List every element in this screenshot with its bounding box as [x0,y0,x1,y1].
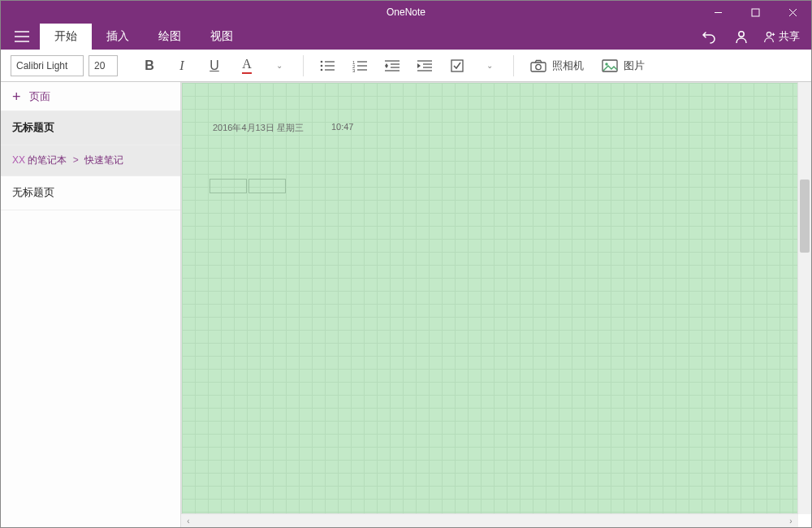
close-button[interactable] [774,1,811,24]
indent-button[interactable] [411,54,438,78]
camera-icon [530,59,546,72]
bullet-list-button[interactable] [313,54,341,78]
camera-label: 照相机 [552,58,584,73]
svg-text:3: 3 [352,68,356,73]
svg-rect-1 [752,9,759,16]
svg-point-38 [605,63,607,65]
svg-point-7 [739,32,744,37]
breadcrumb-notebook: 的笔记本 [28,154,67,166]
page-sidebar: + 页面 无标题页 XX 的笔记本 > 快速笔记 无标题页 [1,82,181,527]
scroll-left-arrow[interactable]: ‹ [181,517,196,526]
svg-marker-25 [385,66,388,68]
breadcrumb[interactable]: XX 的笔记本 > 快速笔记 [1,145,180,176]
undo-icon [702,29,716,44]
svg-point-11 [321,60,323,63]
separator [303,55,304,76]
tab-view-label: 视图 [210,29,233,44]
font-color-icon: A [242,57,252,74]
canvas-viewport: 2016年4月13日 星期三 10:47 ‹ › [181,82,811,527]
inserted-table[interactable] [208,177,287,195]
vertical-scrollbar[interactable] [798,82,811,514]
hamburger-icon [15,31,29,42]
minimize-button[interactable] [699,1,736,24]
svg-point-15 [321,68,323,71]
paragraph-more-button[interactable]: ⌄ [476,54,503,78]
font-name-value: Calibri Light [16,60,67,71]
tab-draw-label: 绘图 [158,29,181,44]
vertical-scroll-thumb[interactable] [800,180,810,253]
share-label: 共享 [779,29,800,44]
separator [513,55,514,76]
plus-icon: + [12,89,21,104]
chevron-down-icon: ⌄ [276,61,283,70]
tab-insert[interactable]: 插入 [92,24,144,50]
bullet-list-icon [320,60,335,71]
image-icon [602,59,618,72]
share-button[interactable]: 共享 [758,29,811,44]
toolbar: Calibri Light 20 B I U A ⌄ 123 ⌄ 照相机 [1,50,811,82]
font-more-button[interactable]: ⌄ [266,54,293,78]
body: + 页面 无标题页 XX 的笔记本 > 快速笔记 无标题页 2016年4月13日… [1,82,811,527]
font-name-select[interactable]: Calibri Light [11,55,84,76]
undo-button[interactable] [693,24,725,50]
page-item[interactable]: 无标题页 [1,176,180,210]
breadcrumb-separator: > [73,154,79,166]
page-item[interactable]: 无标题页 [1,111,180,145]
account-button[interactable] [725,24,758,50]
title-bar: OneNote [1,1,811,24]
page-title: 无标题页 [12,187,54,198]
image-label: 图片 [624,58,645,73]
bold-button[interactable]: B [136,54,163,78]
share-icon [762,30,775,43]
svg-point-8 [767,32,771,37]
chevron-down-icon: ⌄ [486,61,493,70]
indent-icon [417,60,432,71]
insert-image-button[interactable]: 图片 [595,54,651,78]
ribbon: 开始 插入 绘图 视图 共享 [1,24,811,50]
svg-marker-24 [385,63,388,66]
app-window: OneNote 开始 插入 绘图 视图 [0,0,812,528]
add-page-label: 页面 [29,89,50,104]
breadcrumb-section: 快速笔记 [84,154,123,166]
close-icon [788,8,797,17]
page-time: 10:47 [331,122,354,134]
bold-icon: B [145,58,154,73]
horizontal-scroll-track[interactable] [196,514,784,527]
numbered-list-icon: 123 [352,60,367,71]
svg-marker-30 [417,63,421,68]
outdent-button[interactable] [378,54,406,78]
page-title: 无标题页 [12,122,54,133]
canvas-area: 2016年4月13日 星期三 10:47 ‹ › [181,82,811,527]
tab-home[interactable]: 开始 [40,24,92,50]
outdent-icon [385,60,400,71]
italic-button[interactable]: I [168,54,196,78]
breadcrumb-owner: XX [12,154,25,166]
note-canvas[interactable]: 2016年4月13日 星期三 10:47 [181,82,798,514]
window-controls [699,1,811,24]
svg-rect-34 [451,60,463,71]
menu-button[interactable] [4,24,40,50]
font-color-button[interactable]: A [233,54,261,78]
camera-button[interactable]: 照相机 [524,54,590,78]
font-size-select[interactable]: 20 [89,55,118,76]
tab-draw[interactable]: 绘图 [144,24,196,50]
numbered-list-button[interactable]: 123 [346,54,374,78]
underline-button[interactable]: U [201,54,228,78]
svg-point-13 [321,64,323,67]
maximize-icon [751,8,760,17]
tab-home-label: 开始 [54,29,77,44]
page-datetime: 2016年4月13日 星期三 10:47 [213,122,353,134]
italic-icon: I [179,58,184,73]
add-page-button[interactable]: + 页面 [1,82,180,111]
svg-point-36 [536,64,541,69]
window-title: OneNote [387,6,425,18]
scroll-right-arrow[interactable]: › [784,517,798,526]
maximize-button[interactable] [736,1,774,24]
tab-view[interactable]: 视图 [196,24,248,50]
page-date: 2016年4月13日 星期三 [213,122,304,134]
horizontal-scrollbar[interactable]: ‹ › [181,514,798,527]
minimize-icon [714,8,723,17]
person-icon [734,29,749,44]
ribbon-right: 共享 [693,24,811,50]
todo-tag-button[interactable] [443,54,471,78]
